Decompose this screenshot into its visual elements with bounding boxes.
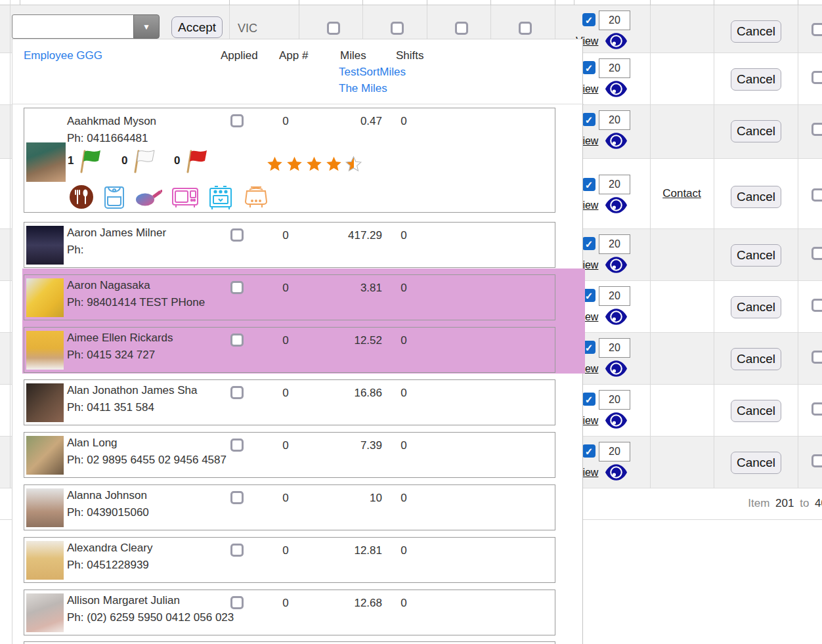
quantity-input[interactable] — [599, 338, 630, 358]
check-icon: ✓ — [585, 239, 594, 249]
row-checkbox-partial[interactable] — [811, 351, 822, 364]
applied-checkbox[interactable] — [230, 491, 244, 504]
row-checkbox[interactable]: ✓ — [582, 444, 595, 458]
flag-red-icon — [182, 148, 208, 177]
applied-checkbox[interactable] — [230, 596, 244, 609]
pagination-to: 40 — [815, 497, 822, 509]
employee-card[interactable]: Aaron James Milner Ph: 0 417.29 0 — [24, 222, 555, 268]
row-checkbox-partial[interactable] — [811, 23, 822, 36]
eye-icon[interactable] — [605, 80, 628, 101]
employee-card[interactable]: Aaron Nagasaka Ph: 98401414 TEST PHone 0… — [24, 274, 555, 320]
app-count: 0 — [272, 115, 299, 128]
cancel-button[interactable]: Cancel — [731, 452, 781, 474]
check-icon: ✓ — [585, 15, 594, 25]
app-count: 0 — [272, 597, 299, 610]
employee-card[interactable]: Alan Long Ph: 02 9895 6455 02 9456 4587 … — [24, 432, 555, 478]
applied-checkbox[interactable] — [230, 439, 244, 452]
header-checkbox[interactable] — [391, 22, 404, 35]
employee-card[interactable]: Alexandra Cleary Ph: 0451228939 0 12.81 … — [24, 537, 555, 583]
column-header-app: App # — [279, 49, 308, 62]
employee-card[interactable]: Aimee Ellen Rickards Ph: 0415 324 727 0 … — [24, 327, 555, 373]
air-fryer-icon — [103, 184, 125, 213]
employee-card[interactable]: Alan Jonathon James Sha Ph: 0411 351 584… — [24, 379, 555, 425]
row-checkbox-partial[interactable] — [811, 71, 822, 84]
eye-icon[interactable] — [605, 308, 628, 329]
the-miles-link[interactable]: The Miles — [339, 82, 387, 95]
column-divider — [798, 5, 798, 488]
row-checkbox[interactable]: ✓ — [582, 13, 595, 26]
quantity-input[interactable] — [599, 110, 630, 130]
employee-photo — [26, 142, 66, 182]
applied-checkbox[interactable] — [230, 228, 244, 242]
row-checkbox-partial[interactable] — [811, 402, 822, 416]
quantity-input[interactable] — [599, 442, 630, 462]
cancel-button[interactable]: Cancel — [731, 348, 781, 370]
star-rating — [266, 156, 362, 176]
row-checkbox-partial[interactable] — [811, 299, 822, 312]
quantity-input[interactable] — [599, 175, 630, 194]
eye-icon[interactable] — [605, 360, 628, 381]
eye-icon[interactable] — [605, 196, 628, 217]
applied-checkbox[interactable] — [230, 114, 244, 127]
applied-checkbox[interactable] — [230, 281, 244, 294]
app-count: 0 — [272, 334, 299, 347]
test-sort-miles-link[interactable]: TestSortMiles — [339, 66, 406, 79]
employee-card[interactable]: Aaahkmad Myson Ph: 0411664481 0 0.47 0 1… — [24, 108, 555, 213]
eye-icon[interactable] — [605, 463, 628, 484]
column-divider — [10, 0, 11, 488]
row-checkbox[interactable]: ✓ — [582, 61, 595, 74]
row-checkbox-partial[interactable] — [811, 188, 822, 202]
row-checkbox[interactable]: ✓ — [582, 113, 595, 126]
employee-card[interactable]: Alanna Johnson Ph: 0439015060 0 10 0 — [24, 484, 555, 530]
eye-icon[interactable] — [605, 32, 628, 53]
row-checkbox-partial[interactable] — [811, 454, 822, 467]
pagination-item-label: Item — [748, 497, 769, 509]
applied-checkbox[interactable] — [230, 333, 244, 347]
cancel-button[interactable]: Cancel — [731, 20, 781, 43]
eye-icon[interactable] — [605, 256, 628, 277]
employee-phone: Ph: (02) 6259 5950 0412 056 023 — [67, 611, 234, 624]
row-checkbox[interactable]: ✓ — [582, 178, 595, 191]
quantity-input[interactable] — [599, 11, 630, 30]
header-checkbox[interactable] — [455, 22, 468, 35]
quantity-input[interactable] — [599, 286, 630, 306]
column-divider — [427, 5, 427, 39]
employee-phone: Ph: 0411 351 584 — [67, 401, 154, 414]
row-checkbox-partial[interactable] — [811, 247, 822, 260]
shifts-count: 0 — [391, 492, 417, 505]
header-checkbox[interactable] — [327, 22, 340, 35]
header-checkbox[interactable] — [519, 22, 532, 35]
check-icon: ✓ — [585, 446, 594, 456]
employee-card[interactable]: Allison Margaret Julian Ph: (02) 6259 59… — [24, 590, 555, 635]
cancel-button[interactable]: Cancel — [731, 186, 781, 208]
employee-name: Aimee Ellen Rickards — [67, 332, 173, 345]
employee-combo-input[interactable] — [12, 14, 134, 39]
app-count: 0 — [272, 492, 299, 505]
eye-icon[interactable] — [605, 132, 628, 153]
cancel-button[interactable]: Cancel — [731, 120, 781, 142]
row-checkbox-partial[interactable] — [811, 123, 822, 136]
applied-checkbox[interactable] — [230, 386, 244, 399]
employee-group-link[interactable]: Employee GGG — [24, 49, 102, 62]
employee-photo — [26, 488, 64, 527]
column-divider — [362, 5, 363, 39]
miles-value: 12.68 — [326, 597, 382, 610]
quantity-input[interactable] — [599, 234, 630, 254]
quantity-input[interactable] — [599, 390, 630, 410]
chevron-down-icon: ▼ — [142, 22, 150, 32]
cancel-button[interactable]: Cancel — [731, 68, 781, 91]
app-count: 0 — [272, 439, 299, 452]
shifts-count: 0 — [391, 597, 417, 610]
applied-checkbox[interactable] — [230, 544, 244, 557]
accept-button[interactable]: Accept — [171, 16, 223, 38]
column-divider — [299, 0, 299, 5]
quantity-input[interactable] — [599, 58, 630, 78]
eye-icon[interactable] — [605, 412, 628, 433]
cancel-button[interactable]: Cancel — [731, 400, 781, 422]
contact-link[interactable]: Contact — [650, 159, 714, 228]
cancel-button[interactable]: Cancel — [731, 296, 781, 318]
row-checkbox[interactable]: ✓ — [582, 393, 595, 406]
row-checkbox[interactable]: ✓ — [582, 237, 595, 250]
cancel-button[interactable]: Cancel — [731, 244, 781, 267]
combo-dropdown-button[interactable]: ▼ — [133, 14, 160, 39]
